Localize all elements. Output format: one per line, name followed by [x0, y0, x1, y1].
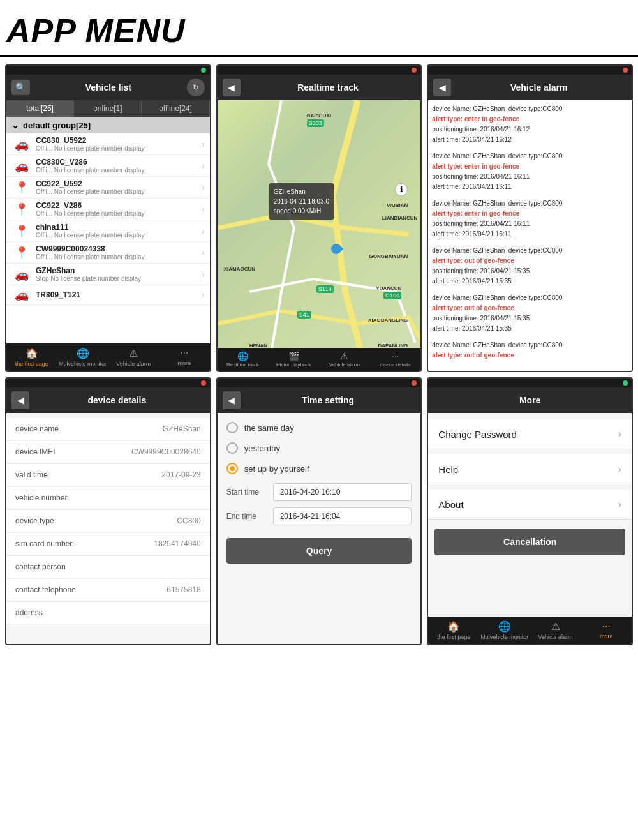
status-dot-green-6 [623, 380, 628, 386]
vehicle-name: TR809_T121 [36, 290, 202, 299]
start-time-label: Start time [226, 488, 268, 497]
screen3-title: Vehicle alarm [451, 82, 627, 93]
detail-label-imei: device IMEI [15, 447, 131, 456]
chevron-right-2: › [618, 463, 621, 475]
tab-online[interactable]: online[1] [74, 100, 142, 117]
group-header[interactable]: ⌄ default group[25] [6, 117, 210, 133]
chevron-right-1: › [618, 428, 621, 440]
home-icon-6: 🏠 [447, 620, 460, 633]
vehicle-item[interactable]: 🚗 TR809_T121 › [6, 285, 210, 305]
vehicle-info: CC922_V286 Offli... No license plate num… [36, 201, 202, 217]
chevron-icon: › [202, 183, 205, 192]
detail-value-valid: 2017-09-23 [161, 470, 200, 479]
status-dot-red [412, 68, 417, 73]
radio-label-1: the same day [244, 423, 294, 433]
radio-same-day[interactable]: the same day [226, 422, 412, 433]
car-icon: 🚗 [11, 288, 32, 302]
alarm-alert-time-5: alert time: 2016/04/21 15:35 [432, 325, 512, 332]
pin-icon: 📍 [11, 202, 32, 216]
pin-icon: 📍 [11, 224, 32, 238]
top-bar-3 [428, 66, 632, 75]
map-nav-history-label: Histor...layback [276, 362, 311, 368]
vehicle-item[interactable]: 📍 china111 Offli... No license plate num… [6, 220, 210, 242]
tab-total[interactable]: total[25] [6, 100, 74, 117]
top-bar-4 [6, 379, 210, 387]
chevron-icon: › [202, 290, 205, 299]
realtime-icon: 🌐 [237, 351, 248, 361]
nav-alarm-label: Vehicle alarm [116, 361, 151, 367]
alarm-device-type-3: device type:CC800 [508, 200, 563, 207]
radio-circle-2 [226, 442, 238, 454]
alarm-pos-time-5: positioning time: 2016/04/21 15:35 [432, 315, 530, 322]
detail-row-name: device name GZHeShan [6, 418, 210, 440]
tab-offline[interactable]: offline[24] [142, 100, 209, 117]
nav-more-6[interactable]: ··· more [581, 617, 632, 644]
vehicle-name: CC830_U5922 [36, 136, 202, 145]
back-button-4[interactable]: ◀ [11, 391, 29, 409]
nav-alarm-6[interactable]: ⚠ Vehicle alarm [530, 617, 581, 644]
nav-monitor-6[interactable]: 🌐 Mulvehicle monitor [479, 617, 530, 644]
vehicle-item[interactable]: 📍 CW9999C00024338 Offli... No license pl… [6, 242, 210, 264]
status-dot-green [201, 68, 206, 73]
vehicle-tabs: total[25] online[1] offline[24] [6, 100, 210, 117]
map-background: BAISHUAI WUBIAN LIANBIANCUN GONGBAIYUAN … [218, 100, 421, 348]
bottom-nav-1: 🏠 the first page 🌐 Mulvehicle monitor ⚠ … [6, 343, 210, 371]
back-button-5[interactable]: ◀ [223, 391, 241, 409]
nav-home-label-6: the first page [437, 634, 470, 640]
map-container: BAISHUAI WUBIAN LIANBIANCUN GONGBAIYUAN … [218, 100, 421, 348]
vehicle-item[interactable]: 🚗 CC830C_V286 Offli... No license plate … [6, 155, 210, 177]
more-item-help[interactable]: Help › [428, 454, 632, 484]
detail-row-dtype: device type CC800 [6, 510, 210, 532]
screen3-header: ◀ Vehicle alarm [428, 75, 632, 100]
detail-label-contact: contact person [15, 562, 201, 571]
alarm-device-name-2: device Name: GZHeShan [432, 153, 505, 160]
search-button[interactable]: 🔍 [11, 80, 30, 95]
screen6-header: More [428, 387, 632, 413]
more-item-label-1: Change Password [438, 429, 618, 440]
map-popup: GZHeShan 2016-04-21 18:03:0 speed:0.00KM… [269, 183, 334, 220]
bottom-nav-6: 🏠 the first page 🌐 Mulvehicle monitor ⚠ … [428, 617, 632, 644]
map-nav-alarm[interactable]: ⚠ Vehicle alarm [319, 348, 370, 371]
vehicle-item[interactable]: 🚗 GZHeShan Stop No license plate number … [6, 264, 210, 285]
more-item-about[interactable]: About › [428, 490, 632, 520]
top-bar-1 [6, 66, 210, 75]
start-time-input[interactable]: 2016-04-20 16:10 [273, 483, 412, 501]
vehicle-list-screen: 🔍 Vehicle list ↻ total[25] online[1] off… [5, 64, 211, 372]
map-nav-alarm-label: Vehicle alarm [329, 362, 360, 368]
screen6-title: More [433, 395, 627, 405]
alarm-alert-type-4: alert type: out of geo-fence [432, 257, 514, 264]
radio-yesterday[interactable]: yesterday [226, 442, 412, 454]
alarm-device-type-6: device type:CC800 [508, 341, 563, 349]
back-button-3[interactable]: ◀ [433, 79, 451, 96]
query-button[interactable]: Query [226, 538, 412, 564]
nav-home[interactable]: 🏠 the first page [6, 343, 57, 371]
map-nav-history[interactable]: 🎬 Histor...layback [268, 348, 319, 371]
vehicle-item[interactable]: 🚗 CC830_U5922 Offli... No license plate … [6, 133, 210, 155]
nav-more[interactable]: ··· more [159, 343, 210, 371]
back-button[interactable]: ◀ [223, 79, 241, 96]
alarm-alert-type-5: alert type: out of geo-fence [432, 304, 514, 311]
map-nav-details[interactable]: ··· device details [370, 348, 421, 371]
page-title: APP MENU [0, 0, 638, 57]
end-time-input[interactable]: 2016-04-21 16:04 [273, 507, 412, 525]
map-badge-s41: S41 [297, 311, 311, 319]
screen4-title: device details [29, 395, 205, 405]
map-nav-realtime[interactable]: 🌐 Realtime track [218, 348, 269, 371]
detail-label-name: device name [15, 424, 163, 433]
car-icon: 🚗 [11, 159, 32, 173]
alarm-list: device Name: GZHeShan device type:CC800 … [428, 100, 632, 371]
more-item-change-password[interactable]: Change Password › [428, 419, 632, 449]
detail-value-sim: 18254174940 [154, 539, 200, 548]
refresh-button[interactable]: ↻ [187, 79, 205, 96]
detail-row-imei: device IMEI CW9999C00028640 [6, 441, 210, 463]
nav-home-6[interactable]: 🏠 the first page [428, 617, 479, 644]
vehicle-item[interactable]: 📍 CC922_U592 Offli... No license plate n… [6, 177, 210, 199]
vehicle-status: Stop No license plate number display [36, 275, 202, 282]
cancellation-button[interactable]: Cancellation [434, 529, 625, 555]
nav-monitor[interactable]: 🌐 Mulvehicle monitor [57, 343, 108, 371]
vehicle-info: CC830_U5922 Offli... No license plate nu… [36, 136, 202, 152]
nav-alarm[interactable]: ⚠ Vehicle alarm [108, 343, 159, 371]
alarm-entry-1: device Name: GZHeShan device type:CC800 … [432, 104, 628, 145]
vehicle-item[interactable]: 📍 CC922_V286 Offli... No license plate n… [6, 199, 210, 220]
radio-custom[interactable]: set up by yourself [226, 463, 412, 474]
